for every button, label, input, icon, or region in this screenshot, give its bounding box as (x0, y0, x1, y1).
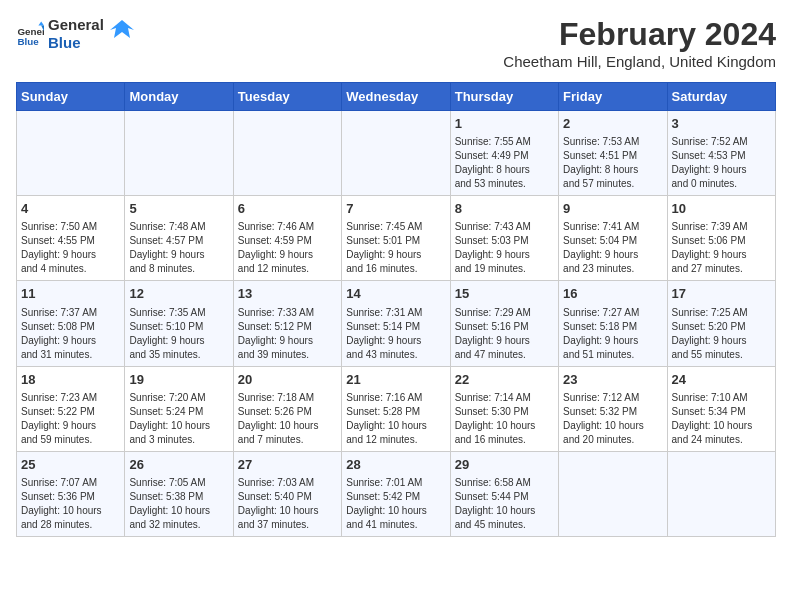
day-info: Sunrise: 7:37 AM Sunset: 5:08 PM Dayligh… (21, 306, 120, 362)
day-info: Sunrise: 7:52 AM Sunset: 4:53 PM Dayligh… (672, 135, 771, 191)
page-header: General Blue General Blue February 2024 … (16, 16, 776, 70)
day-number: 16 (563, 285, 662, 303)
col-header-saturday: Saturday (667, 83, 775, 111)
page-subtitle: Cheetham Hill, England, United Kingdom (503, 53, 776, 70)
day-number: 10 (672, 200, 771, 218)
calendar-cell: 20Sunrise: 7:18 AM Sunset: 5:26 PM Dayli… (233, 366, 341, 451)
calendar-table: SundayMondayTuesdayWednesdayThursdayFrid… (16, 82, 776, 537)
calendar-cell: 14Sunrise: 7:31 AM Sunset: 5:14 PM Dayli… (342, 281, 450, 366)
day-info: Sunrise: 7:03 AM Sunset: 5:40 PM Dayligh… (238, 476, 337, 532)
day-number: 25 (21, 456, 120, 474)
svg-marker-2 (38, 21, 44, 25)
day-number: 22 (455, 371, 554, 389)
day-info: Sunrise: 7:29 AM Sunset: 5:16 PM Dayligh… (455, 306, 554, 362)
day-number: 14 (346, 285, 445, 303)
day-info: Sunrise: 7:01 AM Sunset: 5:42 PM Dayligh… (346, 476, 445, 532)
calendar-cell: 2Sunrise: 7:53 AM Sunset: 4:51 PM Daylig… (559, 111, 667, 196)
day-info: Sunrise: 6:58 AM Sunset: 5:44 PM Dayligh… (455, 476, 554, 532)
col-header-friday: Friday (559, 83, 667, 111)
calendar-cell (233, 111, 341, 196)
title-area: February 2024 Cheetham Hill, England, Un… (503, 16, 776, 70)
calendar-cell (342, 111, 450, 196)
calendar-cell: 7Sunrise: 7:45 AM Sunset: 5:01 PM Daylig… (342, 196, 450, 281)
calendar-cell: 26Sunrise: 7:05 AM Sunset: 5:38 PM Dayli… (125, 451, 233, 536)
calendar-cell: 3Sunrise: 7:52 AM Sunset: 4:53 PM Daylig… (667, 111, 775, 196)
day-info: Sunrise: 7:23 AM Sunset: 5:22 PM Dayligh… (21, 391, 120, 447)
day-info: Sunrise: 7:55 AM Sunset: 4:49 PM Dayligh… (455, 135, 554, 191)
day-info: Sunrise: 7:10 AM Sunset: 5:34 PM Dayligh… (672, 391, 771, 447)
day-number: 26 (129, 456, 228, 474)
svg-text:Blue: Blue (17, 36, 39, 47)
day-number: 18 (21, 371, 120, 389)
day-number: 6 (238, 200, 337, 218)
day-number: 19 (129, 371, 228, 389)
calendar-cell: 8Sunrise: 7:43 AM Sunset: 5:03 PM Daylig… (450, 196, 558, 281)
logo-general: General (48, 16, 104, 34)
day-number: 7 (346, 200, 445, 218)
calendar-cell: 28Sunrise: 7:01 AM Sunset: 5:42 PM Dayli… (342, 451, 450, 536)
calendar-cell: 1Sunrise: 7:55 AM Sunset: 4:49 PM Daylig… (450, 111, 558, 196)
calendar-cell: 19Sunrise: 7:20 AM Sunset: 5:24 PM Dayli… (125, 366, 233, 451)
calendar-cell: 16Sunrise: 7:27 AM Sunset: 5:18 PM Dayli… (559, 281, 667, 366)
day-info: Sunrise: 7:12 AM Sunset: 5:32 PM Dayligh… (563, 391, 662, 447)
day-info: Sunrise: 7:16 AM Sunset: 5:28 PM Dayligh… (346, 391, 445, 447)
col-header-sunday: Sunday (17, 83, 125, 111)
calendar-cell: 13Sunrise: 7:33 AM Sunset: 5:12 PM Dayli… (233, 281, 341, 366)
day-info: Sunrise: 7:27 AM Sunset: 5:18 PM Dayligh… (563, 306, 662, 362)
calendar-cell: 9Sunrise: 7:41 AM Sunset: 5:04 PM Daylig… (559, 196, 667, 281)
col-header-monday: Monday (125, 83, 233, 111)
calendar-week-row: 18Sunrise: 7:23 AM Sunset: 5:22 PM Dayli… (17, 366, 776, 451)
day-number: 23 (563, 371, 662, 389)
day-number: 27 (238, 456, 337, 474)
day-info: Sunrise: 7:33 AM Sunset: 5:12 PM Dayligh… (238, 306, 337, 362)
logo-bird-icon (110, 20, 134, 40)
day-info: Sunrise: 7:18 AM Sunset: 5:26 PM Dayligh… (238, 391, 337, 447)
svg-marker-4 (110, 20, 134, 38)
day-info: Sunrise: 7:25 AM Sunset: 5:20 PM Dayligh… (672, 306, 771, 362)
calendar-cell (17, 111, 125, 196)
day-number: 20 (238, 371, 337, 389)
day-info: Sunrise: 7:46 AM Sunset: 4:59 PM Dayligh… (238, 220, 337, 276)
calendar-header-row: SundayMondayTuesdayWednesdayThursdayFrid… (17, 83, 776, 111)
col-header-tuesday: Tuesday (233, 83, 341, 111)
day-info: Sunrise: 7:43 AM Sunset: 5:03 PM Dayligh… (455, 220, 554, 276)
calendar-cell (667, 451, 775, 536)
day-info: Sunrise: 7:41 AM Sunset: 5:04 PM Dayligh… (563, 220, 662, 276)
calendar-cell: 22Sunrise: 7:14 AM Sunset: 5:30 PM Dayli… (450, 366, 558, 451)
day-info: Sunrise: 7:45 AM Sunset: 5:01 PM Dayligh… (346, 220, 445, 276)
day-number: 29 (455, 456, 554, 474)
calendar-cell: 27Sunrise: 7:03 AM Sunset: 5:40 PM Dayli… (233, 451, 341, 536)
day-number: 9 (563, 200, 662, 218)
day-number: 28 (346, 456, 445, 474)
day-info: Sunrise: 7:39 AM Sunset: 5:06 PM Dayligh… (672, 220, 771, 276)
day-number: 24 (672, 371, 771, 389)
day-info: Sunrise: 7:31 AM Sunset: 5:14 PM Dayligh… (346, 306, 445, 362)
day-info: Sunrise: 7:53 AM Sunset: 4:51 PM Dayligh… (563, 135, 662, 191)
day-number: 12 (129, 285, 228, 303)
calendar-cell: 11Sunrise: 7:37 AM Sunset: 5:08 PM Dayli… (17, 281, 125, 366)
calendar-cell: 6Sunrise: 7:46 AM Sunset: 4:59 PM Daylig… (233, 196, 341, 281)
calendar-week-row: 1Sunrise: 7:55 AM Sunset: 4:49 PM Daylig… (17, 111, 776, 196)
logo-icon: General Blue (16, 20, 44, 48)
day-info: Sunrise: 7:20 AM Sunset: 5:24 PM Dayligh… (129, 391, 228, 447)
page-title: February 2024 (503, 16, 776, 53)
calendar-cell: 24Sunrise: 7:10 AM Sunset: 5:34 PM Dayli… (667, 366, 775, 451)
day-info: Sunrise: 7:07 AM Sunset: 5:36 PM Dayligh… (21, 476, 120, 532)
calendar-cell: 25Sunrise: 7:07 AM Sunset: 5:36 PM Dayli… (17, 451, 125, 536)
day-number: 13 (238, 285, 337, 303)
day-number: 1 (455, 115, 554, 133)
day-number: 5 (129, 200, 228, 218)
calendar-cell (559, 451, 667, 536)
day-number: 21 (346, 371, 445, 389)
day-number: 8 (455, 200, 554, 218)
calendar-week-row: 25Sunrise: 7:07 AM Sunset: 5:36 PM Dayli… (17, 451, 776, 536)
day-number: 2 (563, 115, 662, 133)
day-number: 3 (672, 115, 771, 133)
logo-blue: Blue (48, 34, 104, 52)
day-info: Sunrise: 7:48 AM Sunset: 4:57 PM Dayligh… (129, 220, 228, 276)
calendar-week-row: 11Sunrise: 7:37 AM Sunset: 5:08 PM Dayli… (17, 281, 776, 366)
day-number: 11 (21, 285, 120, 303)
day-info: Sunrise: 7:14 AM Sunset: 5:30 PM Dayligh… (455, 391, 554, 447)
col-header-thursday: Thursday (450, 83, 558, 111)
day-info: Sunrise: 7:35 AM Sunset: 5:10 PM Dayligh… (129, 306, 228, 362)
